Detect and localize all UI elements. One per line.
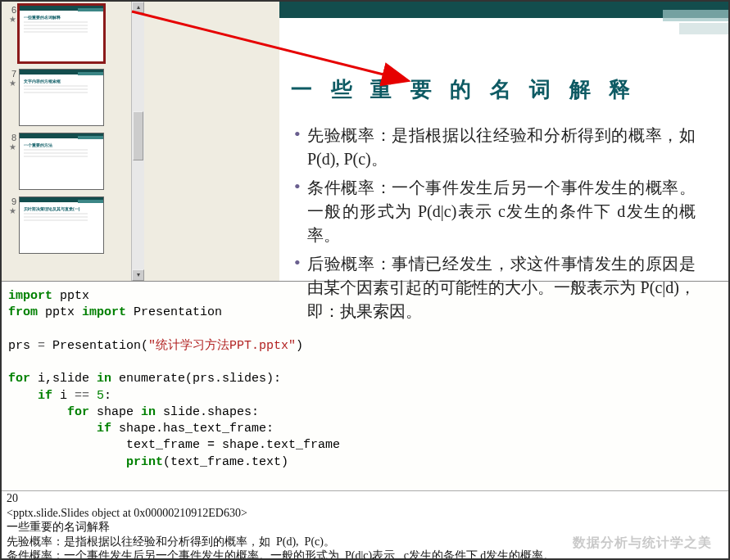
slide-thumbnails-panel: 6 ★ 一些重要的名词解释 7 ★ 文字内容的方框索框 [2,2,131,281]
code-kw: for [8,405,89,419]
code-text: shape [89,405,141,419]
slide-number-label: 8 [11,133,16,142]
code-kw: if [8,389,52,403]
scroll-track[interactable] [132,13,144,269]
code-text [89,389,97,403]
code-kw: import [82,305,126,319]
slide-thumbnail[interactable]: 一个重要的方法 [19,133,104,190]
code-kw: if [8,422,111,436]
thumbnail-row[interactable]: 7 ★ 文字内容的方框索框 [2,67,131,131]
slide-thumbnail-selected[interactable]: 一些重要的名词解释 [19,5,104,62]
thumbnails-list: 6 ★ 一些重要的名词解释 7 ★ 文字内容的方框索框 [2,2,131,281]
code-text: pptx [52,289,89,303]
output-line: <pptx.slide.Slides object at 0x000002109… [7,507,247,519]
thumb-title: 文字内容的方框索框 [24,79,99,84]
main-slide: 一 些 重 要 的 名 词 解 释 先验概率：是指根据以往经验和分析得到的概率，… [279,2,728,281]
code-kw: for [8,372,30,386]
anim-star-icon: ★ [9,79,16,88]
scroll-up-arrow-icon[interactable]: ▴ [132,2,144,13]
code-text: (text_frame.text) [163,455,288,469]
thumb-title: 贝叶斯决策理论及其与直觉(一) [24,206,99,211]
code-text: i [52,389,75,403]
anim-star-icon: ★ [9,206,16,215]
code-kw: in [97,372,111,386]
slide-header-bar [20,6,103,11]
thumbnail-row[interactable]: 9 ★ 贝叶斯决策理论及其与直觉(一) [2,195,131,259]
code-kw: from [8,305,38,319]
slide-number-label: 7 [11,69,16,79]
code-num: 5 [97,389,104,403]
slide-bullet: 条件概率：一个事件发生后另一个事件发生的概率。一般的形式为 P(d|c)表示 c… [291,176,696,247]
output-line: 条件概率：一个事件发生后另一个事件发生的概率。一般的形式为 P(d|c)表示 c… [7,549,555,559]
slide-title: 一 些 重 要 的 名 词 解 释 [291,75,728,104]
scroll-handle[interactable] [133,111,143,160]
code-text: pptx [38,305,82,319]
slide-bullets: 先验概率：是指根据以往经验和分析得到的概率，如 P(d), P(c)。 条件概率… [279,124,728,323]
code-op: = [38,339,45,353]
code-text: ) [296,339,303,353]
output-line: 20 [7,492,18,504]
slide-header-bar [20,133,103,138]
code-text: : [104,389,111,403]
slide-number: 7 ★ [4,69,19,126]
slide-preview-panel: 一 些 重 要 的 名 词 解 释 先验概率：是指根据以往经验和分析得到的概率，… [144,2,728,281]
thumb-title: 一个重要的方法 [24,142,99,147]
slide-number: 9 ★ [4,196,19,254]
slide-decor-bar [279,2,728,31]
slide-number: 6 ★ [4,5,19,62]
slide-number-label: 6 [11,5,16,15]
scroll-down-arrow-icon[interactable]: ▾ [132,269,144,281]
watermark-text: 数据分析与统计学之美 [573,535,712,551]
slide-thumbnail[interactable]: 贝叶斯决策理论及其与直觉(一) [19,196,104,254]
code-text: i,slide [30,372,97,386]
slide-bullet: 先验概率：是指根据以往经验和分析得到的概率，如 P(d), P(c)。 [291,124,696,171]
code-string: "统计学习方法PPT.pptx" [148,339,296,353]
output-cell: 20 <pptx.slide.Slides object at 0x000002… [2,490,728,559]
code-text: text_frame = shape.text_frame [8,438,340,452]
anim-star-icon: ★ [9,142,16,151]
slide-thumbnail[interactable]: 文字内容的方框索框 [19,69,104,126]
code-text: shape.has_text_frame: [111,422,274,436]
code-text: slide.shapes: [156,405,259,419]
slide-number-label: 9 [11,196,16,206]
code-text: prs [8,339,38,353]
code-text: Presentation( [45,339,148,353]
output-line: 一些重要的名词解释 [7,521,110,533]
slide-number: 8 ★ [4,133,19,190]
code-kw: in [141,405,156,419]
slide-header-bar [20,197,103,202]
thumbnails-scrollbar[interactable]: ▴ ▾ [131,2,144,281]
slide-header-bar [20,70,103,75]
code-op: == [75,389,89,403]
code-text: enumerate(prs.slides): [111,372,281,386]
thumb-title: 一些重要的名词解释 [24,15,99,20]
thumbnail-row[interactable]: 6 ★ 一些重要的名词解释 [2,3,131,67]
output-line: 先验概率：是指根据以往经验和分析得到的概率，如 P(d), P(c)。 [7,535,335,548]
thumbnail-row[interactable]: 8 ★ 一个重要的方法 [2,131,131,195]
code-kw: print [8,455,163,469]
code-kw: import [8,289,52,303]
ppt-preview-area: 6 ★ 一些重要的名词解释 7 ★ 文字内容的方框索框 [2,2,728,282]
anim-star-icon: ★ [9,15,16,24]
slide-bullet: 后验概率：事情已经发生，求这件事情发生的原因是由某个因素引起的可能性的大小。一般… [291,252,696,323]
code-text: Presentation [126,305,222,319]
